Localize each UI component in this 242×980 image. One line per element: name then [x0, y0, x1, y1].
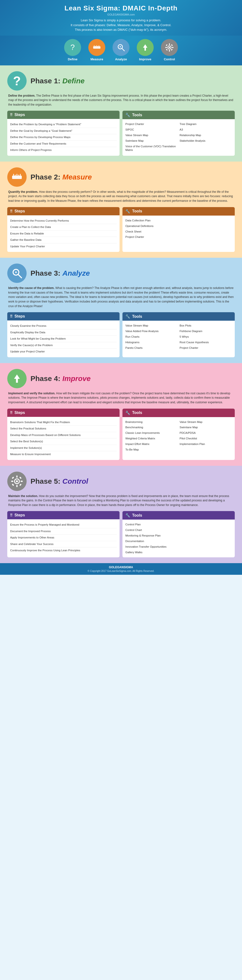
svg-rect-19	[166, 49, 168, 51]
step-item: Continuously Improve the Process Using L…	[10, 547, 117, 554]
header-desc1: Lean Six Sigma is simply a process for s…	[5, 18, 237, 23]
phase-5-tools-label: Tools	[132, 513, 142, 518]
tool-item	[180, 447, 232, 452]
tool-item: Stakeholder Analysis	[180, 138, 232, 143]
phase-5-icon	[7, 472, 27, 491]
svg-line-7	[122, 48, 124, 51]
phase-icon-analyze: Analyze	[112, 39, 130, 61]
phase-2-icon	[7, 167, 27, 187]
phase-2-steps-content: Determine How the Process Currently Perf…	[7, 215, 120, 252]
phase-5-tools-header: 🔧 Tools	[122, 511, 235, 520]
phase-1-name: Define	[62, 77, 85, 85]
tool-item: Value Stream Map	[125, 133, 178, 138]
step-item: Share and Celebrate Your Success	[10, 541, 117, 548]
phase-3-steps-content: Closely Examine the Process Graphically …	[7, 320, 120, 357]
svg-rect-13	[169, 43, 170, 45]
tool-item	[180, 539, 232, 544]
svg-rect-14	[169, 50, 170, 52]
phase-2-steps-box: ‼ Steps Determine How the Process Curren…	[7, 207, 120, 252]
phase-3-steps-label: Steps	[14, 314, 25, 318]
step-item: Update your Project Charter	[10, 348, 117, 355]
tool-item: Project Charter	[125, 122, 178, 127]
step-item: Define the Process by Developing Process…	[10, 134, 117, 141]
tool-item: Implementation Plan	[180, 442, 232, 447]
tool-item	[180, 224, 232, 229]
tool-item	[180, 533, 232, 538]
phase-1-tools-header: 🔧 Tools	[122, 111, 235, 119]
phase-3-steps-box: ‼ Steps Closely Examine the Process Grap…	[7, 312, 120, 357]
define-icon: ?	[64, 39, 81, 56]
phase-3-tools-label: Tools	[132, 314, 142, 319]
measure-icon	[89, 39, 105, 56]
step-item: Define the Customer and Their Requiremen…	[10, 141, 117, 147]
svg-rect-41	[19, 484, 22, 486]
site-url: GOLEGANSIGMA.com	[5, 13, 237, 16]
phase-1-header: ? Phase 1: Define	[7, 71, 235, 91]
step-item: Closely Examine the Process	[10, 323, 117, 329]
svg-rect-21	[12, 176, 22, 179]
phase-2-section: Phase 2: Measure Quantify the problem. H…	[0, 162, 242, 258]
tool-item: Monitoring & Response Plan	[125, 533, 178, 538]
phase-1-description: Define the problem. The Define Phase is …	[7, 94, 235, 107]
phase-4-steps-content: Brainstorm Solutions That Might Fix the …	[7, 417, 120, 460]
tool-item: Documentation	[125, 539, 178, 544]
tools-wrench-icon: 🔧	[125, 314, 130, 319]
svg-rect-37	[21, 480, 23, 482]
step-item: Develop Mass of Processes Based on Diffe…	[10, 432, 117, 439]
tool-item: Voice of the Customer (VOC) Translation …	[125, 144, 178, 153]
phase-4-steps-label: Steps	[14, 410, 25, 415]
phase-5-header: Phase 5: Control	[7, 472, 235, 491]
step-item: Ensure the Process is Properly Managed a…	[10, 522, 117, 528]
phase-3-tools-content: Value Stream Map Box Plots Value Added F…	[122, 321, 235, 353]
svg-rect-34	[16, 476, 18, 478]
phase-3-header: Phase 3: Analyze	[7, 264, 235, 283]
step-item: Select the Practical Solutions	[10, 426, 117, 432]
phase-4-tools-box: 🔧 Tools Brainstorming Value Stream Map B…	[122, 409, 235, 460]
step-item: Verify the Cause(s) of the Problem	[10, 342, 117, 349]
tool-item	[180, 218, 232, 223]
tool-item: Project Charter	[180, 345, 232, 350]
tool-item: PDCA/PDSA	[180, 430, 232, 436]
page-title: Lean Six Sigma: DMAIC In-Depth	[5, 4, 237, 12]
phase-1-icon: ?	[7, 71, 27, 91]
improve-label: Improve	[139, 57, 152, 61]
step-item: Document the Improved Process	[10, 528, 117, 535]
tool-item: Value Added Flow Analysis	[125, 329, 178, 334]
tool-item: Value Stream Map	[125, 323, 178, 328]
tool-item: Weighted Criteria Matrix	[125, 436, 178, 441]
tool-item: Innovation Transfer Opportunities	[125, 544, 178, 549]
tool-item	[180, 528, 232, 533]
tool-item: Gallery Walks	[125, 550, 178, 555]
phase-4-tools-header: 🔧 Tools	[122, 409, 235, 417]
tool-item: A3	[180, 127, 232, 132]
phase-3-description: Identify the cause of the problem. What …	[7, 286, 235, 308]
tool-item: Classic Lean Improvements	[125, 430, 178, 436]
phase-2-tools-header: 🔧 Tools	[122, 207, 235, 216]
tool-item: Control Plan	[125, 522, 178, 527]
phase-4-name: Improve	[62, 374, 91, 382]
phase-5-tools-box: 🔧 Tools Control Plan Control Chart Monit…	[122, 511, 235, 557]
step-item: Gather the Baseline Data	[10, 237, 117, 243]
phase-2-tools-content: Data Collection Plan Operational Definit…	[122, 216, 235, 242]
step-item: Apply Improvements to Other Areas	[10, 535, 117, 541]
tool-item	[180, 229, 232, 234]
svg-rect-20	[171, 49, 173, 51]
phase-1-tools-content: Project Charter Tree Diagram SIPOC A3 Va…	[122, 119, 235, 155]
phase-5-steps-header: ‼ Steps	[7, 511, 120, 519]
step-item: Create a Plan to Collect the Data	[10, 224, 117, 231]
page-header: Lean Six Sigma: DMAIC In-Depth GOLEGANSI…	[0, 0, 242, 36]
step-item: Determine How the Process Currently Perf…	[10, 218, 117, 224]
tool-item: Swimlane Map	[180, 425, 232, 430]
phase-3-name: Analyze	[62, 269, 90, 277]
tool-item: SIPOC	[125, 127, 178, 132]
phase-1-steps-label: Steps	[14, 113, 25, 117]
svg-line-28	[18, 274, 22, 278]
tool-item: Relationship Map	[180, 133, 232, 138]
phase-3-tools-box: 🔧 Tools Value Stream Map Box Plots Value…	[122, 312, 235, 357]
phase-3-icon	[7, 264, 27, 283]
phase-4-icon	[7, 369, 27, 388]
phase-4-tools-content: Brainstorming Value Stream Map Benchmark…	[122, 417, 235, 455]
svg-rect-17	[166, 44, 168, 46]
phase-1-tools-label: Tools	[132, 113, 142, 117]
phase-1-tools-box: 🔧 Tools Project Charter Tree Diagram SIP…	[122, 111, 235, 156]
